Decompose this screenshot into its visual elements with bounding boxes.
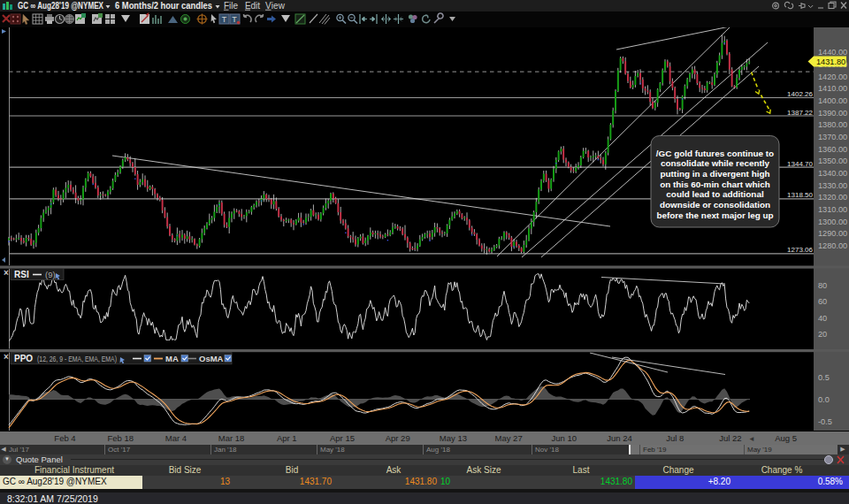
svg-text:could lead to additional: could lead to additional	[666, 189, 764, 199]
svg-text:1410.00: 1410.00	[818, 84, 847, 93]
svg-text:OsMA: OsMA	[199, 354, 224, 363]
svg-text:1370.00: 1370.00	[818, 133, 847, 141]
svg-text:1350.00: 1350.00	[818, 157, 847, 165]
svg-text:1360.00: 1360.00	[818, 145, 847, 154]
svg-text:before the next major leg up: before the next major leg up	[656, 210, 773, 220]
svg-text:1402.26: 1402.26	[787, 90, 813, 98]
svg-text:MA: MA	[165, 354, 179, 363]
svg-text:20: 20	[818, 330, 827, 339]
svg-text:40: 40	[818, 314, 827, 323]
svg-text:1318.50: 1318.50	[787, 191, 813, 199]
svg-text:6 Months/2 hour candles: 6 Months/2 hour candles	[115, 0, 212, 11]
svg-text:downside or consolidation: downside or consolidation	[660, 200, 770, 210]
svg-text:T: T	[232, 15, 237, 24]
svg-text:putting in a divergent high: putting in a divergent high	[661, 169, 770, 179]
svg-text:80: 80	[818, 281, 827, 290]
svg-text:60: 60	[818, 297, 827, 306]
svg-text:PPO: PPO	[14, 354, 33, 363]
svg-text:0.0: 0.0	[818, 395, 830, 404]
svg-text:/GC gold futures continue to: /GC gold futures continue to	[656, 149, 774, 158]
svg-text:File: File	[224, 1, 238, 11]
svg-text:T: T	[222, 15, 227, 24]
svg-text:RSI: RSI	[14, 270, 29, 279]
svg-text:1420.00: 1420.00	[818, 73, 847, 81]
svg-text:1344.70: 1344.70	[787, 160, 813, 168]
svg-text:1390.00: 1390.00	[818, 109, 847, 118]
svg-text:1310.00: 1310.00	[818, 205, 847, 214]
svg-text:1290.00: 1290.00	[818, 229, 847, 238]
svg-text:GC ∞ Aug28'19 @NYMEX: GC ∞ Aug28'19 @NYMEX	[18, 0, 103, 11]
svg-text:1380.00: 1380.00	[818, 120, 847, 129]
svg-text:1431.80: 1431.80	[816, 57, 845, 66]
svg-text:consolidate while recently: consolidate while recently	[661, 158, 769, 168]
svg-text:1273.06: 1273.06	[787, 246, 813, 254]
svg-text:Edit: Edit	[245, 1, 260, 11]
svg-text:1440.00: 1440.00	[818, 48, 847, 57]
svg-text:(12, 26, 9 - EMA, EMA, EMA): (12, 26, 9 - EMA, EMA, EMA)	[37, 354, 117, 363]
svg-text:1300.00: 1300.00	[818, 218, 847, 226]
svg-text:1330.00: 1330.00	[818, 181, 847, 190]
svg-text:View: View	[265, 1, 286, 11]
svg-text:(9): (9)	[45, 270, 56, 279]
svg-text:0.5: 0.5	[818, 373, 830, 382]
svg-text:1387.22: 1387.22	[787, 109, 813, 117]
svg-text:1280.00: 1280.00	[818, 241, 847, 250]
svg-text:×: ×	[4, 352, 9, 362]
svg-text:1400.00: 1400.00	[818, 96, 847, 105]
svg-text:-0.5: -0.5	[818, 417, 832, 426]
svg-text:×: ×	[4, 268, 9, 278]
svg-text:1320.00: 1320.00	[818, 193, 847, 202]
svg-text:1340.00: 1340.00	[818, 169, 847, 178]
svg-text:on this 60-min chart which: on this 60-min chart which	[660, 179, 770, 189]
